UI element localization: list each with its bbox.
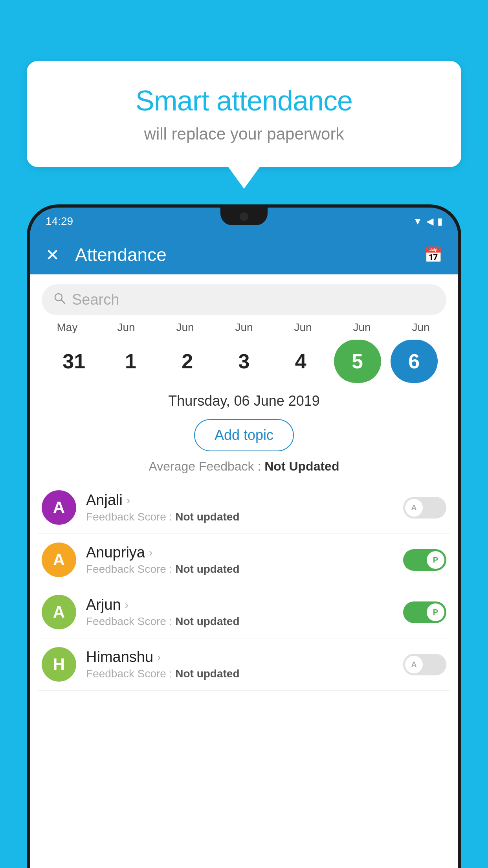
speech-bubble-container: Smart attendance will replace your paper… — [27, 61, 461, 189]
calendar-icon[interactable]: 📅 — [424, 246, 442, 263]
student-info-arjun: Arjun › Feedback Score : Not updated — [86, 596, 403, 628]
student-name-anjali: Anjali › — [86, 492, 403, 509]
camera — [240, 212, 248, 221]
student-item-anupriya[interactable]: A Anupriya › Feedback Score : Not update… — [38, 534, 450, 586]
screen-content: Search May Jun Jun Jun Jun Jun Jun — [30, 274, 458, 868]
avg-feedback-label: Average Feedback : — [149, 459, 265, 473]
speech-bubble-subtitle: will replace your paperwork — [50, 125, 438, 143]
search-icon — [53, 292, 66, 308]
close-button[interactable]: ✕ — [46, 245, 59, 265]
battery-icon: ▮ — [437, 216, 442, 227]
toggle-knob-anjali: A — [405, 499, 423, 517]
search-bar[interactable]: Search — [42, 284, 446, 315]
avg-feedback-value: Not Updated — [264, 459, 339, 473]
toggle-knob-anupriya: P — [427, 551, 444, 569]
avatar-anjali: A — [42, 490, 76, 525]
cal-day-0[interactable]: 31 — [50, 340, 97, 383]
cal-month-3: Jun — [220, 321, 268, 334]
student-feedback-arjun: Feedback Score : Not updated — [86, 615, 403, 628]
signal-icon: ◀ — [426, 216, 433, 227]
phone-frame: 14:29 ▼ ◀ ▮ ✕ Attendance 📅 — [27, 204, 461, 868]
toggle-knob-arjun: P — [427, 603, 444, 621]
toggle-anjali[interactable]: A — [403, 497, 446, 519]
cal-month-0: May — [44, 321, 91, 334]
student-item-himanshu[interactable]: H Himanshu › Feedback Score : Not update… — [38, 638, 450, 691]
cal-day-4[interactable]: 4 — [277, 340, 324, 383]
cal-month-2: Jun — [161, 321, 209, 334]
avg-feedback: Average Feedback : Not Updated — [30, 459, 458, 474]
avatar-anupriya: A — [42, 542, 76, 577]
student-info-anjali: Anjali › Feedback Score : Not updated — [86, 492, 403, 523]
avatar-himanshu: H — [42, 647, 76, 682]
status-time: 14:29 — [46, 215, 73, 228]
cal-day-5[interactable]: 5 — [334, 340, 381, 383]
toggle-arjun[interactable]: P — [403, 601, 446, 623]
cal-month-4: Jun — [279, 321, 327, 334]
cal-month-5: Jun — [338, 321, 385, 334]
avatar-arjun: A — [42, 595, 76, 629]
student-name-anupriya: Anupriya › — [86, 544, 403, 561]
cal-month-1: Jun — [103, 321, 150, 334]
cal-day-2[interactable]: 2 — [164, 340, 211, 383]
student-item-arjun[interactable]: A Arjun › Feedback Score : Not updated P — [38, 586, 450, 638]
student-name-himanshu: Himanshu › — [86, 649, 403, 666]
status-icons: ▼ ◀ ▮ — [413, 216, 442, 227]
app-header: ✕ Attendance 📅 — [30, 235, 458, 274]
chevron-icon: › — [125, 599, 128, 611]
toggle-himanshu[interactable]: A — [403, 654, 446, 675]
student-name-arjun: Arjun › — [86, 596, 403, 613]
svg-line-1 — [61, 300, 65, 303]
add-topic-button[interactable]: Add topic — [194, 419, 294, 451]
calendar-days: 31 1 2 3 4 5 6 — [38, 336, 450, 383]
speech-bubble-tail — [228, 167, 260, 189]
speech-bubble: Smart attendance will replace your paper… — [27, 61, 461, 167]
chevron-icon: › — [149, 546, 152, 559]
chevron-icon: › — [157, 651, 161, 664]
student-list: A Anjali › Feedback Score : Not updated … — [30, 482, 458, 691]
cal-day-3[interactable]: 3 — [220, 340, 268, 383]
chevron-icon: › — [127, 494, 130, 507]
cal-month-6: Jun — [397, 321, 444, 334]
student-feedback-anjali: Feedback Score : Not updated — [86, 511, 403, 523]
student-info-himanshu: Himanshu › Feedback Score : Not updated — [86, 649, 403, 680]
wifi-icon: ▼ — [413, 216, 422, 227]
search-input[interactable]: Search — [72, 291, 119, 308]
header-title: Attendance — [75, 244, 424, 265]
phone-inner: 14:29 ▼ ◀ ▮ ✕ Attendance 📅 — [30, 208, 458, 868]
notch — [220, 208, 268, 225]
toggle-anupriya[interactable]: P — [403, 549, 446, 571]
student-feedback-anupriya: Feedback Score : Not updated — [86, 563, 403, 576]
calendar-section: May Jun Jun Jun Jun Jun Jun 31 1 2 3 4 5… — [30, 321, 458, 383]
speech-bubble-title: Smart attendance — [50, 85, 438, 117]
cal-day-1[interactable]: 1 — [107, 340, 154, 383]
selected-date: Thursday, 06 June 2019 — [30, 383, 458, 415]
cal-day-6[interactable]: 6 — [391, 340, 438, 383]
student-item-anjali[interactable]: A Anjali › Feedback Score : Not updated … — [38, 482, 450, 534]
student-feedback-himanshu: Feedback Score : Not updated — [86, 668, 403, 680]
toggle-knob-himanshu: A — [405, 656, 423, 673]
student-info-anupriya: Anupriya › Feedback Score : Not updated — [86, 544, 403, 576]
